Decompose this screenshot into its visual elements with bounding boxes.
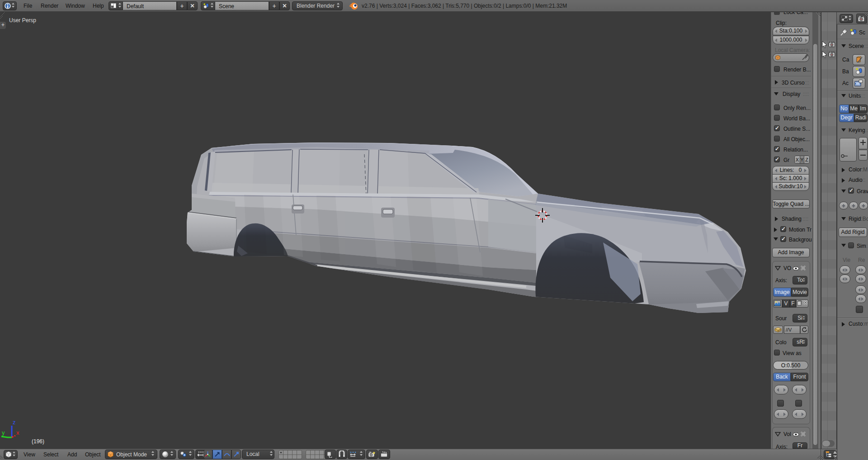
svg-text:y: y xyxy=(2,429,5,436)
svg-text:x: x xyxy=(16,429,19,436)
svg-text:z: z xyxy=(13,419,16,426)
